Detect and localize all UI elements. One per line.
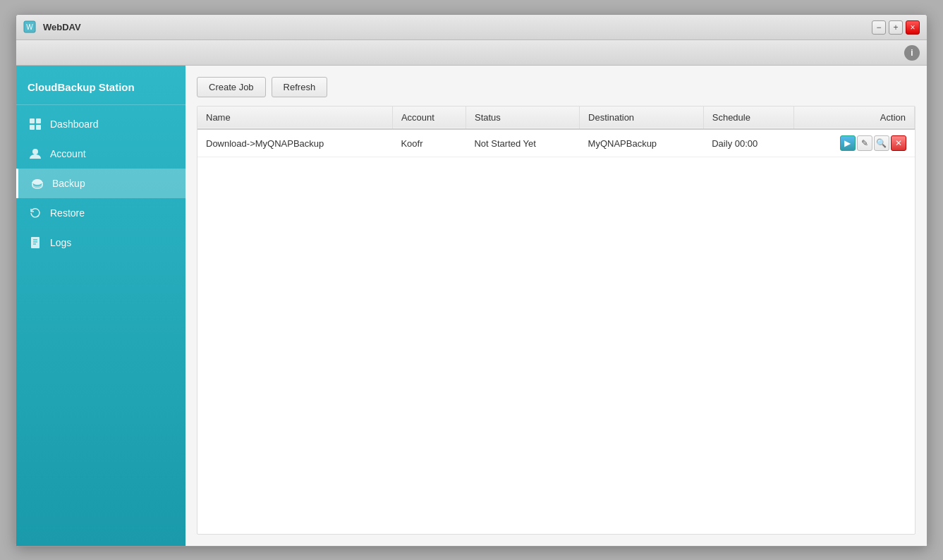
cell-actions: ▶ ✎ 🔍 ✕ — [794, 129, 915, 157]
col-header-destination: Destination — [580, 106, 704, 129]
window-title: WebDAV — [43, 22, 872, 32]
refresh-button[interactable]: Refresh — [272, 77, 328, 97]
col-header-account: Account — [392, 106, 466, 129]
col-header-action: Action — [794, 106, 915, 129]
titlebar: W WebDAV − + × — [16, 15, 927, 40]
main-panel: Create Job Refresh Name Account Status D… — [185, 66, 927, 546]
svg-rect-2 — [30, 118, 35, 123]
sidebar-item-account[interactable]: Account — [16, 139, 185, 169]
svg-rect-4 — [30, 125, 35, 130]
delete-job-button[interactable]: ✕ — [891, 135, 906, 151]
dashboard-label: Dashboard — [50, 118, 99, 130]
play-icon: ▶ — [844, 138, 851, 148]
preview-job-button[interactable]: 🔍 — [874, 135, 889, 151]
jobs-table: Name Account Status Destination Schedule… — [197, 106, 915, 157]
dashboard-icon — [28, 116, 43, 132]
svg-rect-8 — [31, 237, 39, 248]
action-buttons-group: ▶ ✎ 🔍 ✕ — [803, 135, 906, 151]
col-header-name: Name — [197, 106, 392, 129]
content-area: CloudBackup Station Dashboard — [16, 66, 927, 546]
col-header-schedule: Schedule — [703, 106, 794, 129]
table-row: Download->MyQNAPBackup Koofr Not Started… — [197, 129, 915, 157]
toolbar: Create Job Refresh — [197, 77, 915, 97]
backup-label: Backup — [52, 178, 85, 189]
account-label: Account — [50, 148, 86, 159]
cell-account: Koofr — [392, 129, 466, 157]
col-header-status: Status — [466, 106, 579, 129]
info-button[interactable]: i — [904, 45, 920, 61]
restore-label: Restore — [50, 207, 85, 219]
cell-status: Not Started Yet — [466, 129, 579, 157]
account-icon — [28, 146, 43, 162]
sidebar-item-dashboard[interactable]: Dashboard — [16, 109, 185, 139]
window-controls: − + × — [872, 20, 920, 35]
delete-icon: ✕ — [895, 138, 902, 148]
minimize-button[interactable]: − — [872, 20, 886, 35]
sidebar-item-logs[interactable]: Logs — [16, 228, 185, 257]
edit-job-button[interactable]: ✎ — [857, 135, 872, 151]
run-job-button[interactable]: ▶ — [840, 135, 856, 151]
svg-point-6 — [32, 149, 38, 154]
cell-name: Download->MyQNAPBackup — [197, 129, 392, 157]
jobs-table-container: Name Account Status Destination Schedule… — [197, 106, 915, 535]
sidebar: CloudBackup Station Dashboard — [16, 66, 185, 546]
sidebar-item-backup[interactable]: Backup — [16, 169, 185, 198]
maximize-button[interactable]: + — [889, 20, 903, 35]
svg-rect-3 — [36, 118, 41, 123]
create-job-button[interactable]: Create Job — [197, 77, 266, 97]
cell-schedule: Daily 00:00 — [703, 129, 794, 157]
svg-rect-5 — [36, 125, 41, 130]
svg-text:W: W — [26, 23, 33, 31]
sidebar-app-title: CloudBackup Station — [16, 73, 185, 105]
backup-icon — [30, 176, 45, 191]
sidebar-item-restore[interactable]: Restore — [16, 198, 185, 228]
table-header-row: Name Account Status Destination Schedule… — [197, 106, 915, 129]
edit-icon: ✎ — [861, 138, 868, 148]
cell-destination: MyQNAPBackup — [580, 129, 704, 157]
main-window: W WebDAV − + × i CloudBackup Station — [16, 14, 927, 547]
logs-icon — [28, 235, 43, 250]
restore-icon — [28, 205, 43, 221]
app-icon: W — [23, 20, 37, 35]
search-icon: 🔍 — [876, 138, 887, 148]
svg-point-7 — [32, 179, 42, 185]
close-button[interactable]: × — [906, 20, 920, 35]
logs-label: Logs — [50, 237, 71, 248]
